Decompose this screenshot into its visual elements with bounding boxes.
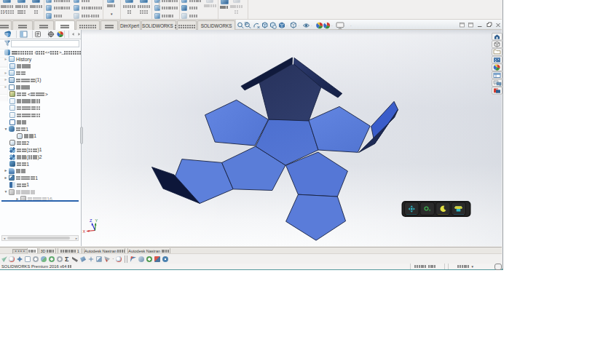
svg-text:·: ·	[350, 23, 352, 28]
svg-text:·: ·	[331, 23, 333, 28]
svg-text:·: ·	[299, 23, 300, 28]
svg-text:·: ·	[311, 23, 312, 28]
svg-text:·: ·	[286, 23, 288, 28]
svg-text:Y: Y	[95, 218, 98, 223]
svg-text:X: X	[83, 229, 86, 234]
